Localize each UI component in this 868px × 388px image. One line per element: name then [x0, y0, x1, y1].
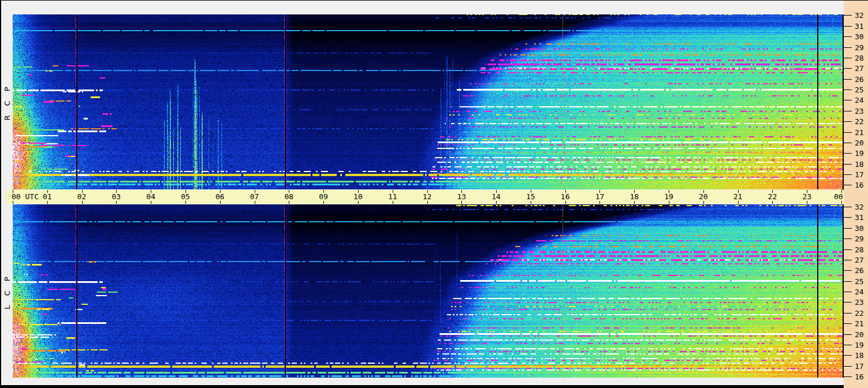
freq-tick: [844, 15, 852, 16]
time-tick-label: 02: [77, 192, 87, 201]
freq-tick-label: 26: [855, 75, 864, 84]
time-tick: [323, 201, 324, 204]
time-tick: [220, 201, 221, 204]
freq-tick-label: 27: [855, 256, 864, 264]
time-tick: [634, 201, 635, 204]
time-tick: [531, 201, 531, 204]
freq-tick-label: 19: [855, 149, 864, 158]
time-tick-label: 21: [733, 192, 743, 201]
freq-tick: [844, 270, 852, 271]
time-tick-label: 23: [802, 192, 811, 201]
time-tick: [358, 201, 359, 204]
spectrogram-rcp-canvas: [13, 14, 843, 189]
time-tick: [151, 201, 151, 204]
freq-tick: [844, 376, 852, 377]
freq-tick: [844, 313, 852, 314]
freq-tick: [844, 121, 852, 122]
time-tick-label: 04: [146, 192, 155, 201]
time-tick: [185, 201, 186, 204]
freq-tick-label: 21: [855, 128, 864, 137]
time-tick: [13, 201, 13, 204]
time-tick: [82, 201, 83, 204]
freq-tick: [844, 58, 852, 58]
spectrogram-lcp-canvas: [13, 204, 843, 378]
freq-tick: [844, 355, 852, 356]
freq-tick-label: 18: [855, 351, 864, 360]
time-tick: [427, 201, 428, 204]
time-tick-label: 07: [250, 192, 259, 201]
freq-tick-label: 22: [855, 117, 864, 126]
freq-tick-label: 25: [855, 85, 864, 94]
freq-tick: [844, 47, 852, 48]
freq-tick-label: 18: [855, 160, 864, 169]
freq-tick: [844, 238, 852, 239]
time-tick-label: 12: [423, 192, 432, 201]
lcp-axis-left-label: L C P: [1, 204, 13, 378]
freq-tick-label: 27: [855, 64, 864, 73]
time-tick-label: 11: [388, 192, 397, 201]
time-tick-label: 01: [43, 192, 52, 201]
time-tick: [841, 201, 842, 204]
freq-tick: [844, 79, 852, 80]
freq-tick-label: 28: [855, 54, 864, 62]
freq-tick-label: 30: [855, 32, 864, 41]
time-tick-label: 13: [457, 192, 466, 201]
freq-tick: [844, 345, 852, 345]
freq-tick-label: 26: [855, 266, 864, 275]
time-tick-label: 08: [285, 192, 294, 201]
freq-tick-label: 23: [855, 107, 864, 115]
freq-tick: [844, 323, 852, 324]
time-tick-label: 16: [561, 192, 570, 201]
time-tick: [255, 201, 255, 204]
time-tick-label: 09: [319, 192, 328, 201]
freq-tick-label: 23: [855, 298, 864, 307]
freq-tick: [844, 249, 852, 250]
freq-tick: [844, 207, 852, 207]
time-tick-label: 20: [699, 192, 708, 201]
time-tick-label: 05: [181, 192, 190, 201]
time-tick: [565, 201, 566, 204]
time-tick-label: 10: [353, 192, 363, 201]
freq-tick: [844, 100, 852, 100]
freq-tick-label: 24: [855, 96, 864, 105]
time-tick-label: 18: [629, 192, 639, 201]
title-bar: AJ4CO Observatory 05 Oct 2022 - DPS on T…: [1, 1, 844, 14]
time-tick: [393, 201, 393, 204]
frequency-axis-spine-bottom: [843, 204, 844, 378]
frequency-axis-strip: 3231302928272625242322212019181716323130…: [844, 1, 868, 388]
rcp-axis-left-label: R C P: [1, 14, 13, 189]
time-tick-label: 03: [112, 192, 121, 201]
freq-tick-label: 24: [855, 288, 864, 296]
freq-tick: [844, 281, 852, 282]
app-window: AJ4CO Observatory 05 Oct 2022 - DPS on T…: [0, 0, 868, 388]
freq-tick-label: 29: [855, 234, 864, 243]
freq-tick: [844, 26, 852, 27]
freq-tick-label: 32: [855, 11, 864, 20]
freq-tick-label: 17: [855, 170, 864, 179]
frequency-axis-spine-top: [843, 14, 844, 190]
time-tick: [772, 201, 773, 204]
freq-tick-label: 31: [855, 213, 864, 222]
freq-tick: [844, 164, 852, 165]
freq-tick: [844, 228, 852, 229]
freq-tick-label: 16: [855, 181, 864, 189]
time-tick: [289, 201, 289, 204]
window-bottom-border: [1, 385, 844, 388]
time-tick: [703, 201, 704, 204]
freq-tick: [844, 292, 852, 292]
time-tick-label: 06: [215, 192, 225, 201]
freq-tick: [844, 36, 852, 37]
freq-tick: [844, 260, 852, 260]
freq-tick-label: 21: [855, 319, 864, 328]
freq-tick-label: 31: [855, 22, 864, 31]
freq-tick: [844, 111, 852, 111]
freq-tick: [844, 143, 852, 143]
freq-tick-label: 17: [855, 362, 864, 371]
time-tick: [461, 201, 462, 204]
time-tick: [496, 201, 497, 204]
freq-tick-label: 20: [855, 330, 864, 339]
freq-tick: [844, 174, 852, 175]
time-tick: [599, 201, 600, 204]
freq-tick-label: 32: [855, 203, 864, 211]
freq-tick-label: 30: [855, 224, 864, 233]
